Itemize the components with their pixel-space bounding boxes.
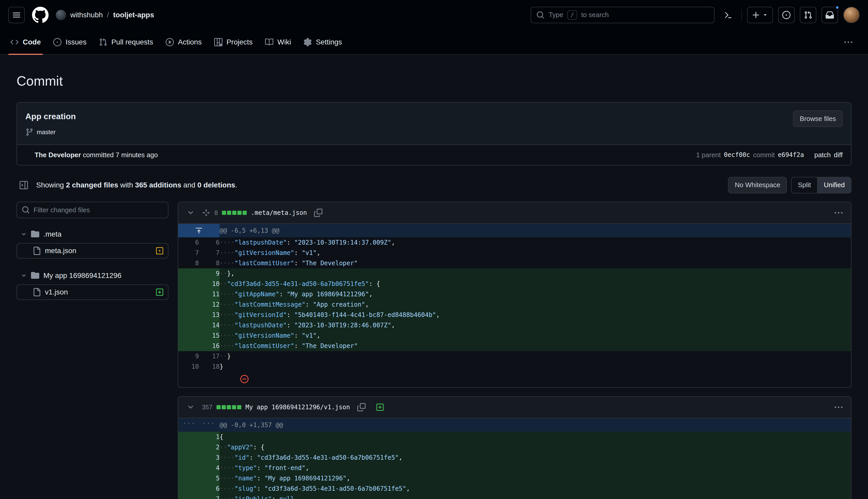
tree-file[interactable]: v1.json: [16, 284, 168, 300]
create-new-button[interactable]: [747, 7, 773, 23]
new-line-number[interactable]: 12: [199, 300, 219, 310]
new-line-number[interactable]: 18: [199, 362, 219, 372]
branch-name[interactable]: master: [37, 128, 55, 137]
split-view-toggle[interactable]: Split: [792, 178, 817, 193]
issues-button[interactable]: [778, 7, 795, 23]
new-line-number[interactable]: 1: [199, 432, 219, 442]
old-line-number[interactable]: 10: [178, 362, 199, 372]
tab-settings[interactable]: Settings: [297, 30, 348, 54]
old-line-number[interactable]: [178, 473, 199, 484]
patch-link[interactable]: patch: [814, 150, 831, 160]
old-line-number[interactable]: 8: [178, 258, 199, 268]
copy-path-button[interactable]: [354, 400, 369, 414]
file-options-button[interactable]: [831, 206, 846, 220]
commit-sha-link[interactable]: e694f2a: [778, 150, 804, 159]
old-line-number[interactable]: 9: [178, 351, 199, 362]
new-line-number[interactable]: 8: [199, 258, 219, 268]
page-title: Commit: [16, 71, 852, 91]
tree-folder[interactable]: My app 1698694121296: [16, 268, 168, 283]
commit-message: App creation: [25, 110, 76, 122]
diff-line: 1{: [178, 432, 851, 442]
unified-view-toggle[interactable]: Unified: [817, 178, 851, 193]
breadcrumb-owner[interactable]: withshubh: [70, 10, 103, 21]
tab-pull-requests[interactable]: Pull requests: [93, 30, 160, 54]
new-line-number[interactable]: 6: [199, 484, 219, 494]
new-line-number[interactable]: 13: [199, 310, 219, 320]
new-line-number[interactable]: 15: [199, 330, 219, 341]
old-line-number[interactable]: [178, 494, 199, 499]
old-line-number[interactable]: [178, 341, 199, 351]
commit-refs: 1 parent 0ecf00c commit e694f2a patch di…: [696, 150, 843, 160]
repo-nav: CodeIssuesPull requestsActionsProjectsWi…: [0, 30, 868, 55]
github-logo[interactable]: [32, 7, 49, 23]
old-line-number[interactable]: [178, 452, 199, 463]
filter-files-input[interactable]: [16, 202, 168, 218]
expand-hunk-button[interactable]: [178, 224, 219, 238]
old-line-number[interactable]: [178, 300, 199, 310]
old-line-number[interactable]: [178, 432, 199, 442]
old-line-number[interactable]: [178, 442, 199, 452]
copy-path-button[interactable]: [311, 206, 326, 220]
old-line-number[interactable]: [178, 320, 199, 330]
new-line-number[interactable]: 2: [199, 442, 219, 452]
tab-label: Actions: [178, 37, 202, 48]
new-line-number[interactable]: 14: [199, 320, 219, 330]
whitespace-button[interactable]: No Whitespace: [728, 177, 787, 193]
new-line-number[interactable]: 9: [199, 268, 219, 279]
tree-folder[interactable]: .meta: [16, 227, 168, 242]
new-line-number[interactable]: 11: [199, 289, 219, 300]
commit-author[interactable]: The Developer: [35, 151, 81, 159]
commit-time: committed 7 minutes ago: [83, 151, 158, 159]
tab-actions[interactable]: Actions: [160, 30, 208, 54]
new-line-number[interactable]: 7: [199, 494, 219, 499]
old-line-number[interactable]: 6: [178, 238, 199, 248]
diff-line: 10··"cd3f3a6d-3d55-4e31-ad50-6a7b06751fe…: [178, 279, 851, 289]
hamburger-button[interactable]: [8, 7, 25, 23]
line-content: ··"appV2": {: [219, 442, 851, 452]
old-line-number[interactable]: [178, 484, 199, 494]
folder-icon: [31, 230, 39, 239]
file-name-link[interactable]: .meta/meta.json: [251, 208, 307, 217]
global-search-input[interactable]: Type / to search: [531, 7, 715, 23]
pull-requests-button[interactable]: [800, 7, 816, 23]
diff-line: 9··},: [178, 268, 851, 279]
new-line-number[interactable]: 4: [199, 463, 219, 473]
browse-files-button[interactable]: Browse files: [793, 110, 843, 127]
tree-file[interactable]: meta.json: [16, 243, 168, 258]
old-line-number[interactable]: [178, 463, 199, 473]
expand-all-button[interactable]: [373, 400, 387, 414]
file-name-link[interactable]: My app 1698694121296/v1.json: [246, 403, 350, 412]
user-avatar[interactable]: [843, 7, 860, 23]
nav-overflow-button[interactable]: [841, 35, 856, 49]
tab-wiki[interactable]: Wiki: [259, 30, 297, 54]
new-line-number[interactable]: 3: [199, 452, 219, 463]
breadcrumb: withshubh / tooljet-apps: [56, 10, 154, 21]
command-palette-button[interactable]: [720, 7, 736, 23]
new-line-number[interactable]: 10: [199, 279, 219, 289]
file-tree-toggle-button[interactable]: [16, 178, 31, 192]
old-line-number[interactable]: [178, 330, 199, 341]
old-line-number[interactable]: [178, 279, 199, 289]
collapse-file-button[interactable]: [184, 400, 198, 414]
new-line-number[interactable]: 17: [199, 351, 219, 362]
new-line-number[interactable]: 7: [199, 248, 219, 258]
parent-sha-link[interactable]: 0ecf00c: [724, 150, 750, 159]
file-options-button[interactable]: [831, 400, 846, 414]
diff-link[interactable]: diff: [834, 150, 843, 160]
tab-issues[interactable]: Issues: [47, 30, 93, 54]
old-line-number[interactable]: [178, 268, 199, 279]
tree-file-label: meta.json: [45, 246, 76, 256]
search-icon: [22, 206, 30, 214]
new-line-number[interactable]: 6: [199, 238, 219, 248]
old-line-number[interactable]: [178, 289, 199, 300]
tab-code[interactable]: Code: [4, 30, 47, 54]
collapse-file-button[interactable]: [184, 206, 198, 220]
tab-projects[interactable]: Projects: [208, 30, 259, 54]
file-icon: [33, 288, 41, 296]
new-line-number[interactable]: 16: [199, 341, 219, 351]
old-line-number[interactable]: 7: [178, 248, 199, 258]
new-line-number[interactable]: 5: [199, 473, 219, 484]
hunk-header: @@ -6,5 +6,13 @@: [219, 224, 851, 238]
breadcrumb-repo[interactable]: tooljet-apps: [113, 10, 154, 21]
old-line-number[interactable]: [178, 310, 199, 320]
